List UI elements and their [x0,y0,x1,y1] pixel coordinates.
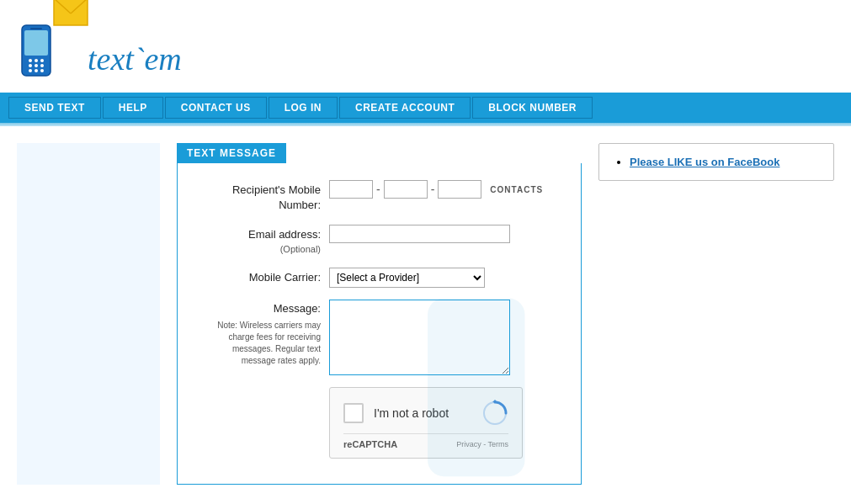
recaptcha-label: I'm not a robot [374,406,449,420]
message-textarea[interactable] [329,300,510,375]
svg-point-9 [29,69,32,72]
svg-rect-2 [30,28,42,29]
carrier-label: Mobile Carrier: [194,268,329,285]
like-box: Please LIKE us on FaceBook [598,143,834,181]
main-content: TEXT MESSAGE Recipient's MobileNumber: -… [0,126,851,485]
facebook-like-link[interactable]: Please LIKE us on FaceBook [630,156,779,168]
phone-icon [17,22,61,79]
phone-prefix[interactable] [384,180,428,199]
contacts-button[interactable]: CONTACTS [490,185,543,194]
panel-body: Recipient's MobileNumber: - - CONTACTS E… [177,163,582,485]
phone-sep-1: - [376,183,380,196]
phone-row: Recipient's MobileNumber: - - CONTACTS [194,180,564,213]
center-content: TEXT MESSAGE Recipient's MobileNumber: -… [177,143,582,485]
envelope-icon [52,0,89,27]
recaptcha-links[interactable]: Privacy - Terms [456,440,508,448]
nav-contact-us[interactable]: CONTACT US [165,97,267,119]
recaptcha-logo [481,400,508,427]
email-row: Email address: (Optional) [194,225,564,256]
message-label-col: Message: Note: Wireless carriers maychar… [194,300,329,367]
recaptcha-checkbox[interactable] [343,403,364,423]
nav-create-account[interactable]: CREATE ACCOUNT [339,97,471,119]
recaptcha-spinner-icon [481,400,508,427]
logo-text: text`em [88,40,182,77]
nav-help[interactable]: HELP [103,97,163,119]
panel-title: TEXT MESSAGE [177,143,286,163]
nav-send-text[interactable]: SEND TEXT [8,97,101,119]
recaptcha-box: I'm not a robot reCAPTCHA Privacy - Term… [329,387,523,459]
svg-point-5 [40,59,44,62]
email-input[interactable] [329,225,510,243]
phone-sep-2: - [431,183,435,196]
nav-log-in[interactable]: LOG IN [269,97,338,119]
right-sidebar: Please LIKE us on FaceBook [598,143,834,485]
svg-rect-1 [24,30,48,56]
svg-point-3 [29,59,32,62]
message-label: Message: [194,302,321,315]
email-label: Email address: (Optional) [194,225,329,256]
svg-point-11 [40,69,44,72]
svg-point-4 [35,59,38,62]
recaptcha-bottom: reCAPTCHA Privacy - Terms [343,433,508,449]
phone-line[interactable] [438,180,481,199]
logo-area: text`em [17,22,182,79]
panel-header-tab: TEXT MESSAGE [177,143,582,163]
phone-inputs: - - CONTACTS [329,180,543,199]
carrier-select[interactable]: [Select a Provider] AT&T T-Mobile Verizo… [329,268,485,288]
left-sidebar [17,143,160,485]
recaptcha-brand: reCAPTCHA [343,439,397,449]
recaptcha-top: I'm not a robot [343,400,508,427]
nav-bar: SEND TEXT HELP CONTACT US LOG IN CREATE … [0,93,851,123]
nav-block-number[interactable]: BLOCK NUMBER [472,97,593,119]
svg-point-7 [35,64,38,67]
svg-point-10 [35,69,38,72]
phone-label: Recipient's MobileNumber: [194,180,329,213]
message-row: Message: Note: Wireless carriers maychar… [194,300,564,375]
svg-point-6 [29,64,32,67]
svg-point-8 [40,64,44,67]
phone-area-code[interactable] [329,180,373,199]
carrier-row: Mobile Carrier: [Select a Provider] AT&T… [194,268,564,288]
header: text`em [0,0,851,93]
message-note: Note: Wireless carriers maycharge fees f… [194,320,321,367]
